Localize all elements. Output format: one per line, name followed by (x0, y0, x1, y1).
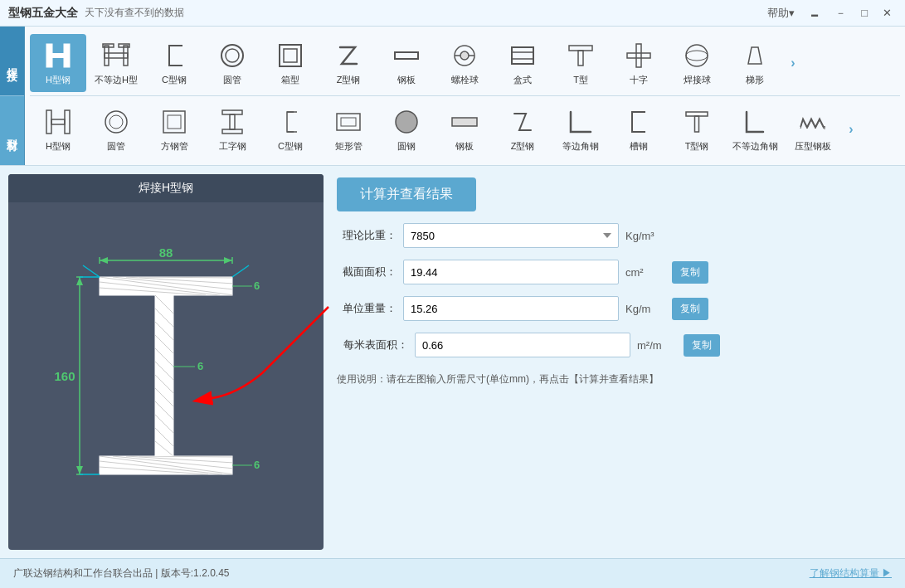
toolbar2-item-c-steel[interactable]: C型钢 (262, 100, 319, 158)
toolbar-item-cross[interactable]: 十字 (611, 34, 667, 92)
weight-copy-button[interactable]: 复制 (672, 298, 708, 320)
side-tabs: 焊接 型材 (0, 27, 25, 165)
toolbar2-label-channel: 槽钢 (630, 141, 648, 152)
toolbar2-item-equal-angle[interactable]: 等边角钢 (552, 100, 609, 158)
svg-point-16 (460, 51, 469, 60)
svg-rect-23 (578, 51, 583, 66)
svg-rect-24 (636, 44, 641, 67)
side-tab-weld[interactable]: 焊接 (0, 27, 24, 95)
svg-rect-13 (284, 49, 297, 62)
svg-point-32 (109, 115, 123, 129)
round-pipe2-icon (100, 106, 132, 138)
cross-icon (623, 40, 654, 71)
right-panel: 计算并查看结果 理论比重： 7850 7800 7900 Kg/m³ 截面面积：… (337, 174, 897, 550)
title-bar-right: 帮助▾ 🗕 － □ ✕ (762, 4, 897, 22)
surface-label: 每米表面积： (337, 338, 408, 352)
svg-point-11 (226, 49, 239, 62)
toolbar2-label-i-beam: 工字钢 (219, 141, 246, 152)
square-pipe-icon (158, 106, 190, 138)
more-button-row2[interactable]: › (843, 122, 859, 137)
toolbar-item-unequal-h[interactable]: 不等边H型 (88, 34, 144, 92)
app-subtitle: 天下没有查不到的数据 (85, 6, 184, 20)
channel-icon (623, 106, 654, 138)
side-tab-material[interactable]: 型材 (0, 96, 24, 165)
c-steel-icon (158, 40, 190, 71)
svg-rect-41 (341, 118, 356, 126)
bolt-ball-icon (449, 40, 480, 71)
toolbar2-label-h-beam: H型钢 (46, 141, 71, 152)
svg-rect-40 (337, 114, 360, 130)
toolbar2-item-steel-plate[interactable]: 钢板 (436, 100, 493, 158)
toolbar2-label-round-pipe: 圆管 (107, 141, 125, 152)
toolbar-item-c-steel[interactable]: C型钢 (146, 34, 202, 92)
toolbar2-item-t-steel[interactable]: T型钢 (669, 100, 725, 158)
toolbar2-label-steel-plate: 钢板 (455, 141, 474, 152)
more-button-row1[interactable]: › (785, 56, 801, 70)
toolbar2-item-z-steel[interactable]: Z型钢 (494, 100, 551, 158)
toolbar2-item-channel[interactable]: 槽钢 (611, 100, 667, 158)
svg-rect-25 (627, 53, 650, 58)
toolbar2-item-square-pipe[interactable]: 方钢管 (146, 100, 202, 158)
svg-point-26 (686, 45, 708, 66)
svg-rect-33 (163, 111, 185, 133)
svg-text:160: 160 (54, 369, 75, 383)
usage-note: 使用说明：请在左图输入所需尺寸(单位mm)，再点击【计算并查看结果】 (337, 372, 897, 386)
toolbar2-item-rect-pipe[interactable]: 矩形管 (320, 100, 377, 158)
toolbar-item-z-steel[interactable]: Z型钢 (320, 34, 377, 92)
surface-copy-button[interactable]: 复制 (684, 334, 720, 357)
density-select[interactable]: 7850 7800 7900 (403, 223, 619, 248)
toolbar2-label-round-steel: 圆钢 (397, 141, 416, 152)
svg-text:6: 6 (254, 459, 260, 471)
pin-button[interactable]: 🗕 (805, 5, 825, 21)
t-steel2-icon (681, 106, 713, 138)
surface-unit: m²/m (637, 339, 677, 352)
toolbar-item-weld-ball[interactable]: 焊接球 (669, 34, 725, 92)
area-copy-button[interactable]: 复制 (672, 261, 708, 284)
area-row: 截面面积： cm² 复制 (337, 260, 897, 284)
toolbar2-label-unequal-angle: 不等边角钢 (732, 141, 778, 152)
close-button[interactable]: ✕ (878, 5, 897, 21)
round-pipe-icon (217, 40, 248, 71)
status-right-link[interactable]: 了解钢结构算量 ▶ (810, 566, 892, 581)
main-content: 焊接H型钢 (0, 166, 905, 558)
toolbar-item-trapezoid[interactable]: 梯形 (727, 34, 783, 92)
toolbar-item-bolt-ball[interactable]: 螺栓球 (436, 34, 493, 92)
toolbar2-item-unequal-angle[interactable]: 不等边角钢 (727, 100, 783, 158)
toolbar2-item-corrugated[interactable]: 压型钢板 (785, 100, 841, 158)
toolbar-item-t-type[interactable]: T型 (552, 34, 609, 92)
toolbar-label-cross: 十字 (630, 75, 648, 85)
weight-input[interactable] (403, 296, 619, 321)
maximize-button[interactable]: □ (856, 5, 873, 21)
diagram-canvas: 88 160 6 6 6 (8, 202, 324, 550)
c-steel2-icon (275, 106, 306, 138)
toolbar-label-unequal-h: 不等边H型 (95, 75, 138, 85)
svg-rect-19 (512, 47, 533, 64)
area-input[interactable] (403, 260, 619, 284)
density-unit: Kg/m³ (625, 230, 665, 242)
toolbar2-item-i-beam[interactable]: 工字钢 (204, 100, 260, 158)
svg-rect-28 (46, 110, 51, 134)
toolbar-item-plate[interactable]: 钢板 (378, 34, 435, 92)
toolbar-item-round-pipe[interactable]: 圆管 (204, 34, 260, 92)
svg-rect-30 (51, 119, 65, 124)
toolbar2-item-round-steel[interactable]: 圆钢 (378, 100, 435, 158)
help-button[interactable]: 帮助▾ (762, 4, 800, 22)
svg-rect-14 (395, 52, 418, 59)
toolbar-item-h-beam[interactable]: H型钢 (30, 34, 86, 92)
surface-row: 每米表面积： m²/m 复制 (337, 333, 897, 357)
status-bar: 广联达钢结构和工作台联合出品 | 版本号:1.2.0.45 了解钢结构算量 ▶ (0, 558, 905, 588)
calc-button[interactable]: 计算并查看结果 (337, 177, 476, 211)
toolbar2-item-round-pipe[interactable]: 圆管 (88, 100, 144, 158)
svg-rect-5 (105, 53, 128, 58)
toolbar-row1: H型钢 不等边H型 (25, 30, 905, 95)
svg-rect-45 (695, 116, 699, 132)
svg-text:6: 6 (197, 360, 203, 372)
surface-input[interactable] (415, 333, 630, 357)
toolbar2-label-t-steel: T型钢 (685, 141, 709, 152)
toolbar-item-box[interactable]: 箱型 (262, 34, 319, 92)
toolbar2-item-h-beam[interactable]: H型钢 (30, 100, 86, 158)
toolbar-item-box-type[interactable]: 盒式 (494, 34, 551, 92)
minimize-button[interactable]: － (830, 4, 851, 22)
density-label: 理论比重： (337, 228, 397, 243)
toolbar: 焊接 型材 H型钢 (0, 27, 905, 166)
